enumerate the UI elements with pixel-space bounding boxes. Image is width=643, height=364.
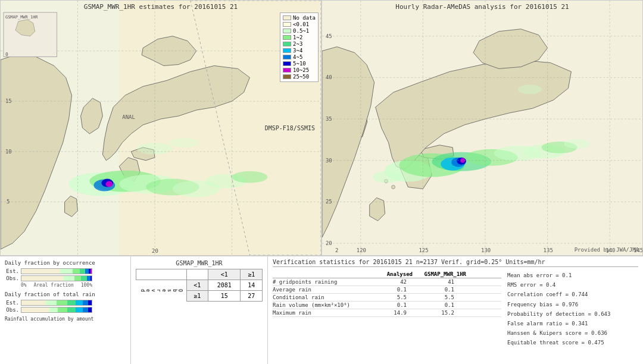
- left-map-title: GSMAP_MWR_1HR estimates for 20161015 21: [1, 3, 321, 11]
- legend-label-2: 2~3: [293, 41, 302, 47]
- legend-item-05: 0.5~1: [283, 28, 316, 34]
- est-label-2: Est.: [5, 300, 19, 306]
- est-bar-segment-green1-1: [60, 269, 73, 274]
- stats-body: Analysed GSMAP_MWR_1HR # gridpoints rain…: [273, 271, 638, 362]
- svg-point-62: [564, 139, 590, 149]
- obs-bar-seg-nodata-2: [21, 307, 49, 312]
- axis-start-1: 0%: [21, 283, 27, 288]
- legend-item-nodata: No data: [283, 15, 316, 21]
- stats-col-header-row: Analysed GSMAP_MWR_1HR: [273, 271, 501, 278]
- est-bar-segment-purple-1: [90, 269, 92, 274]
- legend-color-25: [283, 74, 291, 79]
- legend-item-5: 5~10: [283, 61, 316, 67]
- svg-point-19: [137, 143, 173, 155]
- obs-bar-row-1: Obs.: [5, 275, 126, 281]
- legend-label-nodata: No data: [293, 15, 316, 21]
- est-bar-seg-g1-2: [46, 300, 57, 305]
- est-bar-seg-dblue-2: [88, 300, 92, 305]
- legend-item-25: 25~50: [283, 74, 316, 80]
- legend-color-05: [283, 29, 291, 33]
- stats-val-gsmap-1: 0.1: [407, 287, 454, 293]
- stats-label-4: Maximum rain: [273, 310, 380, 316]
- svg-text:30: 30: [326, 158, 332, 164]
- legend-panel: No data <0.01 0.5~1 1~2 2~3: [280, 12, 319, 82]
- row-header-lt1: <1: [186, 280, 208, 291]
- cell-00: 2081: [208, 280, 241, 291]
- svg-text:120: 120: [357, 247, 366, 253]
- section2-label: Daily fraction of total rain: [5, 291, 126, 297]
- svg-point-20: [170, 138, 199, 148]
- obs-bar-segment-green1-1: [64, 276, 74, 281]
- stat-corr-coeff: Correlation coeff = 0.744: [507, 290, 638, 299]
- stat-rms-error: RMS error = 0.4: [507, 280, 638, 290]
- legend-label-5: 5~10: [293, 61, 306, 67]
- right-map-svg: 45 40 35 30 25 20 2 120 125 130 135 140 …: [322, 1, 642, 255]
- legend-label-05: 0.5~1: [293, 28, 309, 34]
- est-label-1: Est.: [5, 268, 19, 274]
- stats-row-3: Rain volume (mm×km²×10⁶) 0.1 0.1: [273, 302, 501, 309]
- stats-label-2: Conditional rain: [273, 294, 380, 300]
- stats-row-0: # gridpoints raining 42 41: [273, 278, 501, 286]
- main-container: GSMAP_MWR_1HR estimates for 20161015 21: [0, 0, 643, 364]
- stats-val-analysed-2: 5.5: [380, 294, 407, 300]
- legend-color-001: [283, 22, 291, 27]
- est-bar-seg-teal-2: [67, 300, 76, 305]
- legend-item-1: 1~2: [283, 34, 316, 40]
- stats-val-analysed-0: 42: [380, 279, 407, 285]
- svg-text:GSMAP_MWR_1HR: GSMAP_MWR_1HR: [5, 15, 38, 20]
- stats-label-0: # gridpoints raining: [273, 279, 380, 285]
- obs-bar-seg-blue-2: [83, 307, 88, 312]
- est-bar-container-2: [21, 300, 92, 306]
- est-bar-container-1: [21, 268, 92, 274]
- legend-label-4: 4~5: [293, 54, 302, 60]
- legend-color-10: [283, 68, 291, 73]
- col-header-gte1: ≥1: [241, 269, 263, 280]
- svg-text:20: 20: [152, 248, 158, 254]
- stats-val-gsmap-4: 15.2: [407, 310, 454, 316]
- legend-color-2: [283, 42, 291, 46]
- svg-text:130: 130: [481, 247, 491, 253]
- obs-bar-segment-green2-1: [74, 276, 82, 281]
- obs-bar-seg-cyan-2: [76, 307, 83, 312]
- axis-mid-1: Areal fraction: [33, 283, 73, 288]
- stats-val-analysed-1: 0.1: [380, 287, 407, 293]
- obs-bar-container-2: [21, 307, 92, 313]
- svg-rect-40: [322, 1, 642, 255]
- contingency-title: GSMAP_MWR_1HR: [136, 260, 263, 266]
- legend-item-2: 2~3: [283, 41, 316, 47]
- svg-point-48: [392, 186, 395, 189]
- axis-labels-1: 0% Areal fraction 100%: [21, 283, 92, 288]
- empty-corner: [136, 269, 187, 280]
- legend-color-4: [283, 55, 291, 59]
- obs-bar-segment-dblue-1: [90, 276, 92, 281]
- obs-bar-seg-dblue-2: [88, 307, 92, 312]
- svg-text:40: 40: [326, 74, 332, 80]
- legend-label-3: 3~4: [293, 48, 302, 54]
- est-bar-seg-g2-2: [57, 300, 67, 305]
- obs-bar-segment-nodata-1: [21, 276, 64, 281]
- col-header-label: [273, 271, 380, 277]
- bottom-row: Daily fraction by occurrence Est. Obs.: [0, 256, 643, 364]
- obs-label-cell: Observed: [136, 280, 187, 302]
- legend-color-nodata: [283, 15, 291, 20]
- cell-11: 27: [241, 291, 263, 302]
- est-bar-seg-cyan-2: [76, 300, 83, 305]
- est-bar-seg-blue-2: [83, 300, 88, 305]
- obs-label-2: Obs.: [5, 307, 19, 313]
- stats-val-analysed-3: 0.1: [380, 302, 407, 308]
- est-bar-segment-nodata-1: [21, 269, 60, 274]
- svg-text:135: 135: [544, 247, 553, 253]
- stats-label-3: Rain volume (mm×km²×10⁶): [273, 302, 380, 308]
- obs-bar-seg-g2-2: [58, 307, 67, 312]
- stat-false-alarm-ratio: False alarm ratio = 0.341: [507, 319, 638, 328]
- stat-hanssen-kuipers: Hanssen & Kuipers score = 0.636: [507, 328, 638, 338]
- obs-label-1: Obs.: [5, 275, 19, 281]
- svg-point-16: [105, 181, 113, 187]
- legend-color-5: [283, 61, 291, 66]
- svg-point-18: [232, 171, 268, 183]
- est-bar-row-2: Est.: [5, 300, 126, 306]
- legend-color-1: [283, 35, 291, 40]
- stats-val-gsmap-3: 0.1: [407, 302, 454, 308]
- stat-equitable-threat: Equitable threat score = 0.475: [507, 338, 638, 347]
- stats-val-gsmap-0: 41: [407, 279, 454, 285]
